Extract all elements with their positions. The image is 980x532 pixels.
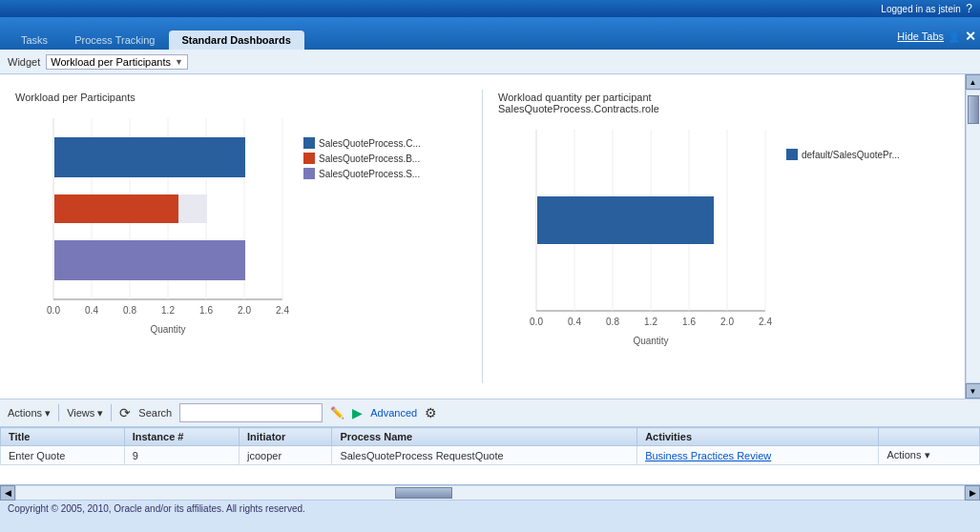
right-chart-inner: 0.0 0.4 0.8 1.2 1.6 2.0 2.4 Quantity def… [498,120,949,358]
edit-icon-button[interactable]: ✏️ [330,406,344,419]
right-legend-color-1 [786,149,798,160]
scroll-left-button[interactable]: ◀ [0,485,15,501]
scroll-track [967,91,980,382]
svg-text:Quantity: Quantity [633,336,668,346]
icon-person: 👤 [948,31,961,43]
cell-title: Enter Quote [1,446,125,465]
username: jstein [938,4,960,14]
tabs-row: Tasks Process Tracking Standard Dashboar… [0,17,980,50]
refresh-button[interactable]: ⟳ [119,405,131,420]
legend-label-2: SalesQuoteProcess.B... [319,153,420,164]
svg-text:0.8: 0.8 [606,317,619,327]
charts-area: Workload per Participants [0,74,965,399]
scroll-down-button[interactable]: ▼ [966,383,981,399]
svg-text:Quantity: Quantity [150,324,185,335]
footer: Copyright © 2005, 2010, Oracle and/or it… [0,500,980,519]
svg-text:0.0: 0.0 [530,317,543,327]
bottom-scroll-thumb[interactable] [395,487,452,499]
help-icon: ? [966,2,972,15]
legend-item-1: SalesQuoteProcess.C... [303,137,421,149]
col-header-title: Title [1,428,125,446]
svg-text:2.4: 2.4 [276,305,289,316]
search-input[interactable] [179,403,323,422]
col-header-instance: Instance # [124,428,239,446]
legend-item-3: SalesQuoteProcess.S... [303,168,421,179]
svg-text:2.0: 2.0 [238,305,251,316]
play-button[interactable]: ▶ [352,405,363,420]
col-header-process-name: Process Name [332,428,637,446]
cell-instance: 9 [124,446,239,465]
svg-text:0.0: 0.0 [47,305,60,316]
row-actions-button[interactable]: Actions ▾ [886,449,929,461]
actions-row: Actions ▾ Views ▾ ⟳ Search ✏️ ▶ Advanced… [0,399,980,427]
svg-text:1.2: 1.2 [161,305,175,316]
tab-standard-dashboards[interactable]: Standard Dashboards [169,31,304,50]
cell-process-name: SalesQuoteProcess RequestQuote [332,446,637,465]
bottom-scrollbar[interactable]: ◀ ▶ [0,484,980,500]
col-header-initiator: Initiator [239,428,331,446]
table-header: Title Instance # Initiator Process Name … [1,428,980,446]
svg-rect-9 [54,194,178,223]
svg-text:1.2: 1.2 [644,317,657,327]
svg-rect-10 [178,194,207,223]
table-row: Enter Quote 9 jcooper SalesQuoteProcess … [1,446,980,465]
widget-select[interactable]: Workload per Participants ▼ [46,54,188,70]
right-chart-svg: 0.0 0.4 0.8 1.2 1.6 2.0 2.4 Quantity [498,120,775,358]
actions-button[interactable]: Actions ▾ [8,407,51,419]
close-tab-button[interactable]: ✕ [965,29,976,44]
data-table: Title Instance # Initiator Process Name … [0,427,980,465]
legend-label-3: SalesQuoteProcess.S... [319,169,420,179]
svg-rect-8 [54,137,245,177]
svg-text:2.4: 2.4 [759,317,772,327]
right-chart-legend: default/SalesQuotePr... [786,149,900,358]
activities-link[interactable]: Business Practices Review [645,450,771,461]
left-chart-svg: 0.0 0.4 0.8 1.2 1.6 2.0 2.4 Quantity [15,109,292,347]
svg-text:0.4: 0.4 [85,305,98,316]
right-legend-label-1: default/SalesQuotePr... [802,150,900,160]
right-scrollbar[interactable]: ▲ ▼ [965,74,980,399]
tab-process-tracking[interactable]: Process Tracking [61,31,168,50]
settings-icon-button[interactable]: ⚙ [425,405,437,420]
svg-text:0.8: 0.8 [123,305,136,316]
tab-tasks[interactable]: Tasks [8,31,61,50]
top-bar: Logged in as jstein ? [0,0,980,17]
hide-tabs-button[interactable]: Hide Tabs [897,31,944,42]
views-button[interactable]: Views ▾ [67,407,103,419]
right-legend-item-1: default/SalesQuotePr... [786,149,900,160]
widget-row: Widget Workload per Participants ▼ [0,50,980,74]
scroll-thumb[interactable] [968,95,979,124]
left-chart-legend: SalesQuoteProcess.C... SalesQuoteProcess… [303,137,421,347]
right-chart-title: Workload quantity per participant SalesQ… [498,92,949,114]
widget-selected-value: Workload per Participants [51,56,171,68]
table-area: Title Instance # Initiator Process Name … [0,427,980,484]
svg-text:1.6: 1.6 [199,305,213,316]
svg-text:1.6: 1.6 [682,317,696,327]
logged-in-text: Logged in as [881,4,935,14]
bottom-scroll-track [16,486,964,500]
separator-2 [111,404,112,421]
svg-rect-28 [537,196,714,244]
widget-label: Widget [8,56,40,68]
col-header-activities: Activities [637,428,879,446]
cell-initiator: jcooper [239,446,331,465]
footer-text: Copyright © 2005, 2010, Oracle and/or it… [8,503,305,514]
charts-row: Workload per Participants [0,74,965,399]
scroll-right-button[interactable]: ▶ [965,485,980,501]
row-actions-cell[interactable]: Actions ▾ [886,449,971,461]
right-chart-panel: Workload quantity per participant SalesQ… [483,82,965,391]
separator-1 [58,404,59,421]
left-chart-inner: 0.0 0.4 0.8 1.2 1.6 2.0 2.4 Quantity [15,109,467,347]
svg-rect-11 [54,240,245,280]
cell-row-actions[interactable]: Actions ▾ [879,446,980,465]
legend-color-1 [303,137,315,149]
table-header-row: Title Instance # Initiator Process Name … [1,428,980,446]
cell-activities[interactable]: Business Practices Review [637,446,879,465]
main-area: Workload per Participants [0,74,980,399]
svg-text:0.4: 0.4 [568,317,581,327]
svg-text:2.0: 2.0 [720,317,734,327]
advanced-link[interactable]: Advanced [370,407,417,419]
search-label: Search [138,407,172,419]
scroll-up-button[interactable]: ▲ [966,74,981,90]
chevron-down-icon: ▼ [175,57,183,67]
table-body: Enter Quote 9 jcooper SalesQuoteProcess … [1,446,980,465]
